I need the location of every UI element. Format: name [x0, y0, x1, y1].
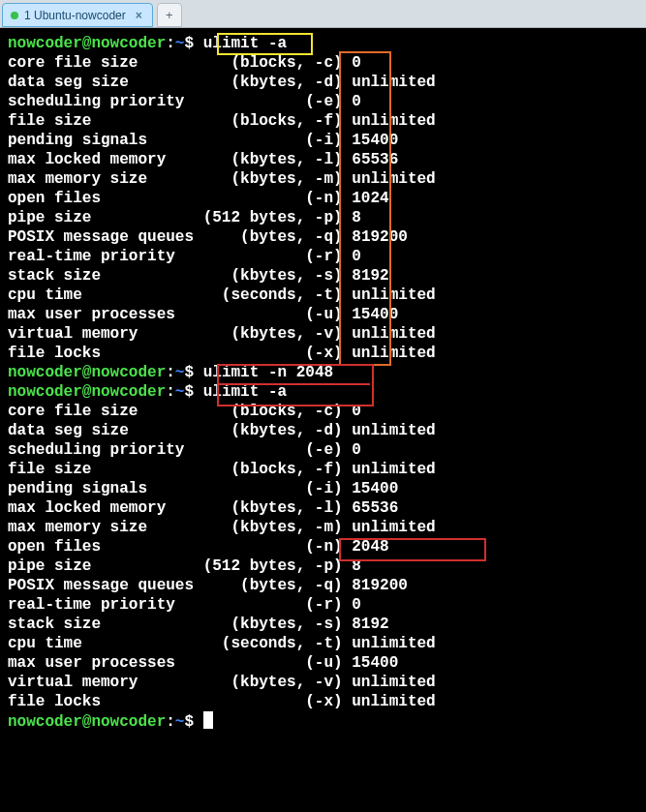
command-2: ulimit -n 2048	[203, 364, 333, 381]
ulimit-row: real-time priority (-r) 0	[8, 247, 644, 266]
ulimit-row: pending signals (-i) 15400	[8, 479, 644, 498]
ulimit-row: max memory size (kbytes, -m) unlimited	[8, 169, 644, 189]
ulimit-row: data seg size (kbytes, -d) unlimited	[8, 421, 644, 440]
tab-title: 1 Ubuntu-nowcoder	[24, 9, 126, 22]
prompt-line-1: nowcoder@nowcoder:~$ ulimit -a	[8, 34, 644, 53]
ulimit-row: core file size (blocks, -c) 0	[8, 402, 644, 421]
new-tab-button[interactable]: +	[157, 3, 182, 27]
ulimit-row: file size (blocks, -f) unlimited	[8, 460, 644, 479]
ulimit-row: virtual memory (kbytes, -v) unlimited	[8, 324, 644, 344]
ulimit-row: scheduling priority (-e) 0	[8, 92, 644, 111]
status-dot-icon	[11, 12, 18, 19]
prompt-line-4: nowcoder@nowcoder:~$	[8, 711, 644, 732]
ulimit-row: pipe size (512 bytes, -p) 8	[8, 556, 644, 576]
ulimit-row: stack size (kbytes, -s) 8192	[8, 615, 644, 634]
close-icon[interactable]: ×	[136, 9, 142, 22]
ulimit-row: file locks (-x) unlimited	[8, 344, 644, 363]
ulimit-row: pending signals (-i) 15400	[8, 131, 644, 150]
ulimit-row: open files (-n) 2048	[8, 537, 644, 556]
ulimit-row: file locks (-x) unlimited	[8, 692, 644, 711]
ulimit-row: max locked memory (kbytes, -l) 65536	[8, 498, 644, 518]
ulimit-row: max locked memory (kbytes, -l) 65536	[8, 150, 644, 169]
ulimit-row: max user processes (-u) 15400	[8, 305, 644, 324]
ulimit-row: POSIX message queues (bytes, -q) 819200	[8, 227, 644, 247]
ulimit-row: core file size (blocks, -c) 0	[8, 53, 644, 73]
ulimit-row: max memory size (kbytes, -m) unlimited	[8, 518, 644, 537]
ulimit-row: data seg size (kbytes, -d) unlimited	[8, 73, 644, 92]
ulimit-row: open files (-n) 1024	[8, 189, 644, 208]
ulimit-row: scheduling priority (-e) 0	[8, 440, 644, 460]
ulimit-row: stack size (kbytes, -s) 8192	[8, 266, 644, 286]
ulimit-row: cpu time (seconds, -t) unlimited	[8, 634, 644, 653]
command-3: ulimit -a	[203, 383, 287, 401]
ulimit-row: cpu time (seconds, -t) unlimited	[8, 286, 644, 305]
command-1: ulimit -a	[203, 35, 287, 52]
prompt-line-3: nowcoder@nowcoder:~$ ulimit -a	[8, 382, 644, 402]
ulimit-row: virtual memory (kbytes, -v) unlimited	[8, 673, 644, 692]
ulimit-row: max user processes (-u) 15400	[8, 653, 644, 673]
plus-icon: +	[166, 8, 173, 22]
tab-ubuntu[interactable]: 1 Ubuntu-nowcoder ×	[2, 3, 153, 27]
prompt-line-2: nowcoder@nowcoder:~$ ulimit -n 2048	[8, 363, 644, 382]
terminal-output[interactable]: nowcoder@nowcoder:~$ ulimit -a core file…	[0, 28, 646, 734]
ulimit-row: POSIX message queues (bytes, -q) 819200	[8, 576, 644, 595]
ulimit-row: real-time priority (-r) 0	[8, 595, 644, 615]
ulimit-row: pipe size (512 bytes, -p) 8	[8, 208, 644, 227]
ulimit-row: file size (blocks, -f) unlimited	[8, 111, 644, 131]
cursor-icon	[203, 711, 213, 729]
tab-bar: 1 Ubuntu-nowcoder × +	[0, 0, 646, 28]
